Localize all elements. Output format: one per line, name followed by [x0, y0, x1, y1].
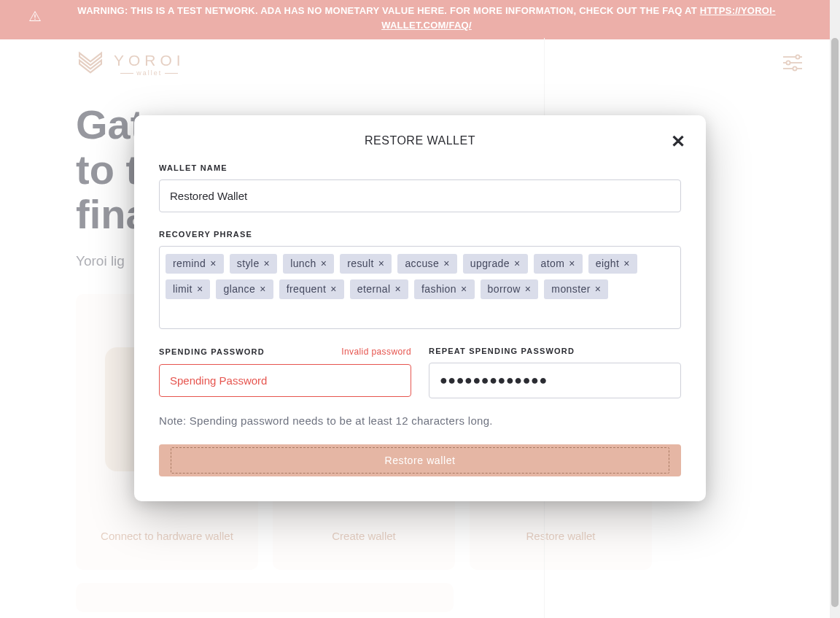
recovery-word-text: limit [173, 283, 192, 295]
spending-password-label: SPENDING PASSWORD [159, 347, 265, 356]
remove-word-icon[interactable]: × [525, 283, 532, 295]
repeat-password-label: REPEAT SPENDING PASSWORD [429, 347, 575, 355]
recovery-word-tag: frequent× [279, 279, 344, 299]
remove-word-icon[interactable]: × [264, 258, 271, 269]
recovery-word-text: glance [223, 283, 255, 295]
recovery-word-tag: accuse× [397, 254, 456, 274]
recovery-word-text: result [347, 258, 374, 269]
recovery-word-tag: fashion× [414, 279, 475, 299]
recovery-word-tag: atom× [534, 254, 583, 274]
scrollbar-thumb[interactable] [831, 38, 839, 607]
recovery-word-tag: limit× [166, 279, 210, 299]
recovery-word-text: remind [173, 258, 206, 269]
recovery-word-text: eternal [357, 283, 391, 295]
recovery-word-text: frequent [287, 283, 327, 295]
recovery-word-tag: borrow× [481, 279, 539, 299]
recovery-word-tag: result× [340, 254, 392, 274]
recovery-word-text: borrow [488, 283, 521, 295]
password-note: Note: Spending password needs to be at l… [159, 414, 681, 427]
remove-word-icon[interactable]: × [514, 258, 521, 269]
remove-word-icon[interactable]: × [595, 283, 602, 295]
close-icon[interactable]: ✕ [671, 131, 685, 152]
spending-password-input[interactable] [159, 364, 411, 397]
remove-word-icon[interactable]: × [378, 258, 385, 269]
vertical-scrollbar[interactable] [830, 0, 840, 618]
recovery-word-tag: lunch× [283, 254, 334, 274]
remove-word-icon[interactable]: × [330, 283, 337, 295]
recovery-word-tag: eternal× [350, 279, 408, 299]
remove-word-icon[interactable]: × [443, 258, 450, 269]
restore-wallet-modal: RESTORE WALLET ✕ WALLET NAME RECOVERY PH… [134, 115, 706, 501]
recovery-word-tag: remind× [166, 254, 224, 274]
remove-word-icon[interactable]: × [394, 283, 401, 295]
recovery-word-text: monster [551, 283, 590, 295]
remove-word-icon[interactable]: × [461, 283, 467, 295]
spending-password-error: Invalid password [341, 347, 411, 357]
recovery-word-tag: upgrade× [463, 254, 528, 274]
remove-word-icon[interactable]: × [210, 258, 217, 269]
recovery-word-tag: style× [230, 254, 277, 274]
recovery-word-text: atom [541, 258, 565, 269]
remove-word-icon[interactable]: × [260, 283, 266, 295]
recovery-word-text: lunch [290, 258, 316, 269]
recovery-word-text: upgrade [470, 258, 510, 269]
recovery-phrase-label: RECOVERY PHRASE [159, 230, 681, 239]
repeat-password-input[interactable] [429, 363, 681, 398]
remove-word-icon[interactable]: × [623, 258, 630, 269]
recovery-word-text: style [237, 258, 260, 269]
wallet-name-label: WALLET NAME [159, 163, 681, 172]
recovery-word-text: eight [596, 258, 619, 269]
recovery-word-text: fashion [421, 283, 456, 295]
modal-title: RESTORE WALLET [159, 134, 681, 147]
recovery-word-tag: eight× [588, 254, 637, 274]
remove-word-icon[interactable]: × [197, 283, 203, 295]
remove-word-icon[interactable]: × [569, 258, 575, 269]
recovery-word-tag: glance× [216, 279, 273, 299]
recovery-word-text: accuse [405, 258, 439, 269]
remove-word-icon[interactable]: × [321, 258, 327, 269]
wallet-name-input[interactable] [159, 179, 681, 212]
restore-wallet-button[interactable]: Restore wallet [159, 444, 681, 476]
recovery-word-tag: monster× [544, 279, 608, 299]
recovery-phrase-box[interactable]: remind×style×lunch×result×accuse×upgrade… [159, 246, 681, 329]
